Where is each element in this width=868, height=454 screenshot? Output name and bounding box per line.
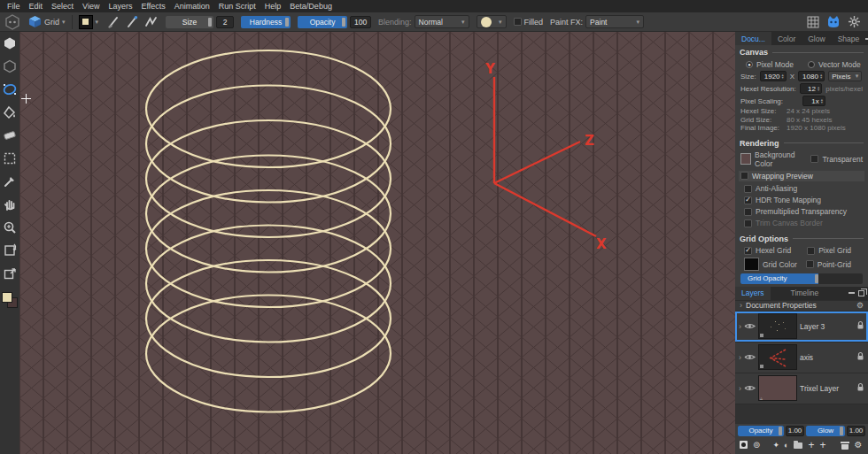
line-curve-tool-icon[interactable] [143, 14, 159, 29]
hexel-outline-tool[interactable] [2, 58, 18, 73]
tab-document[interactable]: Docu... [735, 32, 771, 45]
document-properties-row[interactable]: › Document Properties ⚙ [735, 300, 868, 312]
pan-hand-tool[interactable] [2, 196, 18, 212]
layer-opacity-value[interactable]: 1.00 [786, 426, 804, 436]
menu-animation[interactable]: Animation [170, 2, 214, 11]
slider-thumb[interactable] [779, 427, 782, 435]
visibility-eye-icon[interactable] [744, 322, 756, 330]
menu-view[interactable]: View [78, 2, 104, 11]
clipping-ring-icon[interactable]: ⊚ [753, 440, 760, 450]
slider-thumb[interactable] [285, 18, 289, 27]
layer-name[interactable]: Layer 3 [800, 322, 825, 331]
grid-color-swatch-button[interactable] [744, 258, 759, 271]
layer-glow-value[interactable]: 1.00 [847, 426, 865, 436]
marquee-select-tool[interactable] [2, 150, 18, 165]
pixel-scaling-field[interactable]: 1x ▴▾ [802, 96, 825, 106]
menu-run-script[interactable]: Run Script [214, 2, 260, 11]
chevron-down-icon[interactable]: ▾ [96, 19, 99, 26]
tab-layers[interactable]: Layers [735, 287, 771, 300]
foreground-color-swatch[interactable] [2, 292, 12, 303]
tab-glow[interactable]: Glow [802, 32, 831, 45]
visibility-eye-icon[interactable] [744, 353, 756, 361]
wrapping-preview-row[interactable]: Wrapping Preview [739, 171, 864, 181]
layer-settings-gear-icon[interactable]: ⚙ [854, 440, 862, 450]
anti-aliasing-checkbox[interactable] [744, 185, 752, 193]
add-layer-icon[interactable]: + [808, 441, 814, 450]
fill-bucket-tool[interactable] [2, 104, 18, 119]
filled-checkbox[interactable] [514, 18, 522, 26]
spinner-icon[interactable]: ▴▾ [821, 98, 823, 104]
hdr-tone-mapping-checkbox[interactable]: ✓ [744, 196, 752, 204]
trim-canvas-border-checkbox[interactable] [744, 219, 752, 227]
tab-timeline[interactable]: Timeline [785, 287, 825, 300]
tab-color[interactable]: Color [771, 32, 802, 45]
menu-layers[interactable]: Layers [104, 2, 136, 11]
lock-icon[interactable] [856, 351, 864, 363]
layer-thumbnail[interactable]: ▵ [758, 375, 797, 401]
menu-effects[interactable]: Effects [136, 2, 169, 11]
spinner-icon[interactable]: ▴▾ [782, 73, 784, 80]
wrapping-preview-checkbox[interactable] [740, 172, 748, 180]
ellipse-tool[interactable] [2, 81, 18, 96]
menu-beta-debug[interactable]: Beta/Debug [285, 2, 337, 11]
canvas-width-field[interactable]: 1920 ▴▾ [760, 71, 787, 81]
float-panel-icon[interactable] [858, 290, 864, 296]
lock-icon[interactable] [856, 320, 864, 332]
menu-select[interactable]: Select [47, 2, 78, 11]
slider-thumb[interactable] [840, 427, 843, 435]
layer-glow-slider[interactable]: Glow [806, 426, 845, 436]
add-effect-icon[interactable]: ✦ [772, 441, 779, 450]
collapse-panel-icon[interactable] [849, 292, 855, 294]
point-grid-checkbox[interactable] [806, 260, 814, 268]
display-settings-icon[interactable] [848, 15, 861, 28]
color-swatches[interactable] [2, 292, 18, 308]
rotate-canvas-tool[interactable] [2, 242, 18, 258]
size-units-dropdown[interactable]: Pixels ▾ [828, 71, 862, 81]
delete-layer-icon[interactable] [841, 442, 849, 450]
brush-tip-swatch[interactable] [79, 15, 93, 29]
grid-opacity-slider[interactable]: Grid Opacity [740, 273, 863, 284]
add-frame-icon[interactable]: + [819, 441, 825, 450]
menu-file[interactable]: File [3, 2, 25, 11]
layer-name[interactable]: Trixel Layer [800, 384, 839, 393]
tab-shape[interactable]: Shape [832, 32, 866, 45]
blending-dropdown[interactable]: Normal ▾ [415, 15, 469, 28]
transparent-checkbox[interactable] [810, 155, 818, 163]
background-color-swatch-button[interactable] [740, 153, 751, 165]
grid-view-icon[interactable] [807, 16, 819, 28]
slider-thumb[interactable] [342, 18, 345, 27]
expand-chevron-icon[interactable]: › [739, 322, 741, 331]
pencil-icon[interactable] [124, 14, 140, 29]
paint-color-dropdown[interactable]: ▾ [477, 15, 507, 28]
transform-tool[interactable] [2, 265, 18, 281]
expand-chevron-icon[interactable]: › [740, 301, 742, 310]
layer-mask-icon[interactable] [740, 441, 748, 449]
canvas-height-field[interactable]: 1080 ▴▾ [798, 71, 825, 81]
size-slider[interactable]: Size [166, 16, 213, 28]
layer-name[interactable]: axis [800, 353, 813, 362]
menu-edit[interactable]: Edit [25, 2, 48, 11]
grid-mode-dropdown[interactable]: Grid ▾ [28, 15, 66, 28]
layer-thumbnail[interactable] [758, 344, 797, 370]
hexel-grid-checkbox[interactable]: ✓ [744, 247, 752, 255]
new-group-icon[interactable] [794, 442, 802, 449]
paintbrush-icon[interactable] [105, 14, 121, 29]
size-value-field[interactable]: 2 [216, 16, 234, 28]
layer-row-axis[interactable]: › axis [735, 342, 868, 373]
eyedropper-tool[interactable] [2, 173, 18, 189]
hardness-slider[interactable]: Hardness [241, 16, 291, 28]
gear-icon[interactable]: ⚙ [856, 301, 864, 310]
vector-mode-radio[interactable] [808, 61, 815, 68]
opacity-value-field[interactable]: 100 [350, 16, 371, 28]
expand-chevron-icon[interactable]: › [739, 353, 741, 362]
paint-fx-dropdown[interactable]: Paint ▾ [585, 15, 644, 28]
slider-thumb[interactable] [208, 18, 212, 27]
zoom-tool[interactable] [2, 219, 18, 235]
lock-icon[interactable] [856, 382, 864, 394]
canvas-viewport[interactable]: YZX [19, 32, 735, 454]
spinner-icon[interactable]: ▴▾ [820, 73, 822, 80]
hexel-resolution-field[interactable]: 12 ▴▾ [800, 83, 822, 94]
layer-row-trixel[interactable]: › ▵ Trixel Layer [735, 373, 868, 404]
layer-thumbnail[interactable] [758, 313, 797, 339]
layer-row-layer3[interactable]: › Layer 3 [735, 312, 868, 342]
